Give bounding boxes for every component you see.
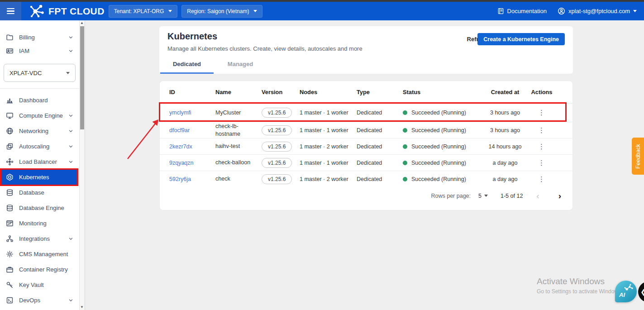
book-icon: [497, 8, 504, 14]
column-header-id: ID: [169, 89, 215, 95]
region-selector[interactable]: Region: Saigon (Vietnam): [181, 5, 262, 18]
sidebar-item-dashboard[interactable]: Dashboard: [0, 92, 79, 108]
vdc-selector-value: XPLAT-VDC: [10, 70, 42, 76]
cluster-created-at: a day ago: [482, 160, 528, 166]
page-subtitle: Manage all Kubernetes clusters. Create, …: [167, 45, 363, 52]
row-actions-menu-button[interactable]: ⋮: [528, 143, 556, 151]
sidebar-item-devops[interactable]: DevOps: [0, 292, 79, 308]
sidebar-item-label: IAM: [19, 48, 29, 54]
sidebar-item-label: CMS Management: [19, 251, 68, 258]
sidebar-item-database-engine[interactable]: Database Engine: [0, 200, 79, 215]
sidebar-item-container-registry[interactable]: Container Registry: [0, 262, 79, 277]
fpt-cloud-logo-icon: [29, 3, 45, 20]
rows-per-page-value: 5: [478, 193, 482, 199]
sidebar-item-load-balancer[interactable]: Load Balancer: [0, 154, 79, 169]
status-label: Succeeded (Running): [411, 176, 466, 182]
table-row: dfocf9ar check-lb-hostname v1.25.6 1 mas…: [160, 122, 572, 138]
documentation-link[interactable]: Documentation: [497, 8, 547, 14]
cluster-name: check-balloon: [215, 159, 262, 166]
status-dot-icon: [403, 161, 407, 165]
sidebar-item-database[interactable]: Database: [0, 185, 79, 200]
cluster-id-link[interactable]: 592ry6ja: [169, 176, 215, 182]
cluster-version: v1.25.6: [262, 158, 300, 168]
sidebar-item-key-vault[interactable]: Key Vault: [0, 277, 79, 292]
sidebar-item-label: Billing: [19, 34, 35, 41]
row-actions-menu-button[interactable]: ⋮: [528, 109, 556, 117]
sidebar-item-monitoring[interactable]: Monitoring: [0, 215, 79, 231]
sidebar-item-autoscaling[interactable]: Autoscaling: [0, 138, 79, 154]
iam-icon: [6, 47, 14, 55]
sidebar-item-cms-management[interactable]: CMS Management: [0, 246, 79, 262]
cluster-type: Dedicated: [357, 110, 403, 116]
column-header-type: Type: [357, 89, 403, 95]
sidebar-item-iam[interactable]: IAM: [0, 44, 79, 57]
rows-per-page-select[interactable]: 5: [478, 193, 488, 199]
billing-icon: [6, 33, 14, 41]
cluster-id-link[interactable]: ymclymfi: [169, 110, 215, 116]
tenant-selector[interactable]: Tenant: XPLAT-ORG: [109, 5, 178, 18]
table-header-row: IDNameVersionNodesTypeStatusCreated atAc…: [160, 81, 572, 103]
version-badge: v1.25.6: [262, 174, 292, 184]
container-registry-icon: [6, 266, 14, 273]
sidebar-item-integrations[interactable]: Integrations: [0, 231, 79, 246]
next-page-button[interactable]: ›: [558, 191, 561, 200]
previous-page-button[interactable]: ‹: [536, 191, 539, 200]
hamburger-menu-button[interactable]: [0, 2, 21, 20]
pagination-bar: Rows per page: 5 1-5 of 12 ‹ ›: [431, 191, 561, 200]
cluster-id-link[interactable]: dfocf9ar: [169, 127, 215, 134]
chevron-down-icon: [168, 10, 172, 12]
hamburger-icon: [7, 8, 14, 14]
cluster-name: haihv-test: [215, 143, 262, 150]
scrollbar-thumb[interactable]: [80, 26, 84, 129]
sidebar-item-label: Load Balancer: [19, 158, 57, 165]
user-account-menu[interactable]: xplat-stg@fptcloud.com: [558, 7, 637, 15]
cluster-type: Dedicated: [357, 160, 403, 166]
scroll-up-arrow-icon[interactable]: ▲: [80, 20, 84, 26]
tenant-selector-label: Tenant: XPLAT-ORG: [114, 8, 164, 14]
cluster-version: v1.25.6: [262, 174, 300, 184]
row-actions-menu-button[interactable]: ⋮: [528, 159, 556, 167]
ai-assistant-widget[interactable]: AI: [615, 281, 637, 302]
sidebar-scrollbar[interactable]: ▲ ▼: [79, 20, 84, 310]
sidebar-nav: Billing IAM XPLAT-VDC Dashboard Compute …: [0, 20, 79, 308]
tab-managed[interactable]: Managed: [214, 61, 267, 74]
status-label: Succeeded (Running): [411, 110, 466, 116]
sidebar-item-label: Autoscaling: [19, 143, 49, 150]
clusters-table-card: IDNameVersionNodesTypeStatusCreated atAc…: [159, 81, 573, 210]
sidebar-item-networking[interactable]: Networking: [0, 123, 79, 138]
devops-icon: [6, 296, 14, 304]
feedback-tab-label: Feedback: [635, 144, 641, 169]
dashboard-icon: [6, 96, 14, 104]
load-balancer-icon: [6, 158, 14, 166]
version-badge: v1.25.6: [262, 158, 292, 168]
create-kubernetes-engine-button[interactable]: Create a Kubernetes Engine: [477, 33, 565, 45]
feedback-tab[interactable]: Feedback: [632, 138, 644, 175]
cluster-id-link[interactable]: 2kezr7dx: [169, 143, 215, 150]
chevron-down-icon: [68, 236, 73, 241]
database-engine-icon: [6, 204, 14, 212]
table-row: 592ry6ja check v1.25.6 1 master · 2 work…: [160, 171, 572, 187]
tab-dedicated[interactable]: Dedicated: [160, 61, 214, 74]
scroll-down-arrow-icon[interactable]: ▼: [80, 305, 84, 310]
cluster-id-link[interactable]: 9zqyaqzn: [169, 160, 215, 166]
row-actions-menu-button[interactable]: ⋮: [528, 175, 556, 183]
sidebar-item-label: Database Engine: [19, 205, 64, 211]
chevron-down-icon: [633, 10, 637, 12]
sidebar-item-kubernetes[interactable]: Kubernetes: [0, 169, 78, 185]
sidebar-item-compute-engine[interactable]: Compute Engine: [0, 108, 79, 123]
table-body: ymclymfi MyCluster v1.25.6 1 master · 1 …: [160, 103, 572, 187]
cluster-version: v1.25.6: [262, 108, 300, 118]
row-actions-menu-button[interactable]: ⋮: [528, 126, 556, 134]
user-avatar-icon: [558, 7, 565, 15]
fpt-cloud-logo[interactable]: FPT CLOUD: [29, 3, 105, 20]
version-badge: v1.25.6: [262, 142, 292, 152]
table-row: ymclymfi MyCluster v1.25.6 1 master · 1 …: [160, 103, 572, 122]
cluster-name: check: [215, 175, 262, 182]
status-dot-icon: [403, 128, 407, 133]
vdc-selector[interactable]: XPLAT-VDC: [4, 64, 76, 82]
sidebar-item-billing[interactable]: Billing: [0, 30, 79, 44]
sidebar-item-label: DevOps: [19, 297, 40, 304]
topbar-right-group: Documentation xplat-stg@fptcloud.com: [497, 7, 644, 15]
chevron-down-icon: [66, 72, 70, 74]
collapsed-widget-button[interactable]: ❮: [638, 281, 644, 302]
